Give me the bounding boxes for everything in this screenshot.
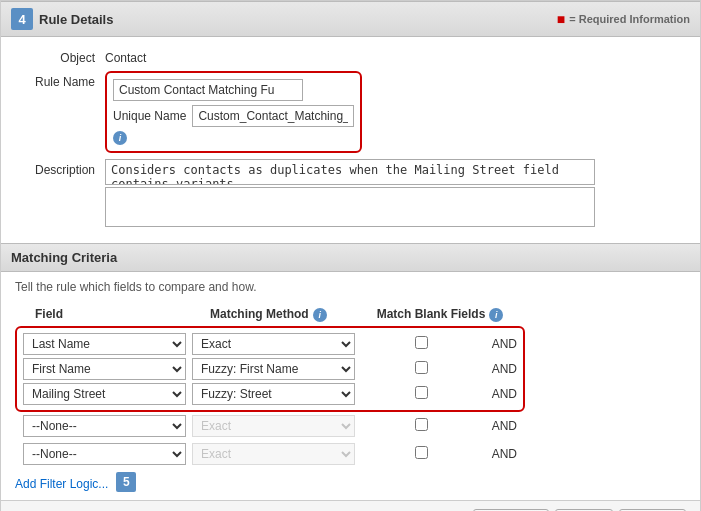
and-label-3: AND <box>487 387 517 401</box>
matching-criteria-title: Matching Criteria <box>11 250 117 265</box>
table-row: --None-- Exact AND <box>23 443 686 465</box>
rule-name-input[interactable] <box>113 79 303 101</box>
rule-details-section: Object Contact Rule Name Unique Name i D… <box>1 37 700 243</box>
unique-name-info-icon[interactable]: i <box>113 131 127 145</box>
table-row: Last Name Exact AND <box>23 333 517 355</box>
add-filter-link[interactable]: Add Filter Logic... <box>15 477 108 491</box>
method-select-5: Exact <box>192 443 355 465</box>
field-select-2[interactable]: First Name <box>23 358 186 380</box>
object-label: Object <box>15 47 105 65</box>
matching-criteria-header: Matching Criteria <box>1 243 700 272</box>
col-blank-header: Match Blank Fields i <box>375 306 505 322</box>
and-label-1: AND <box>487 337 517 351</box>
method-select-3[interactable]: Fuzzy: Street <box>192 383 355 405</box>
unique-name-input[interactable] <box>192 105 354 127</box>
description-label: Description <box>15 159 105 177</box>
step-5-badge: 5 <box>116 472 136 492</box>
description-empty-area <box>105 187 595 227</box>
col-method-header: Matching Method i <box>200 306 375 322</box>
main-container: 4 Rule Details ■ = Required Information … <box>0 0 701 511</box>
blank-info-icon[interactable]: i <box>489 308 503 322</box>
unique-name-label: Unique Name <box>113 109 186 123</box>
method-info-icon[interactable]: i <box>313 308 327 322</box>
rule-details-title: Rule Details <box>39 12 113 27</box>
method-select-1[interactable]: Exact <box>192 333 355 355</box>
and-label-4: AND <box>487 419 517 433</box>
step-4-badge: 4 <box>11 8 33 30</box>
description-row: Description <box>15 159 686 227</box>
required-info-label: = Required Information <box>569 13 690 25</box>
rule-details-header: 4 Rule Details ■ = Required Information <box>1 1 700 37</box>
field-select-1[interactable]: Last Name <box>23 333 186 355</box>
field-select-4[interactable]: --None-- <box>23 415 186 437</box>
criteria-header-row: Field Matching Method i Match Blank Fiel… <box>15 306 686 322</box>
field-select-5[interactable]: --None-- <box>23 443 186 465</box>
table-row: --None-- Exact AND <box>23 415 686 437</box>
blank-checkbox-2[interactable] <box>415 361 428 374</box>
field-select-3[interactable]: Mailing Street <box>23 383 186 405</box>
matching-criteria-section: Tell the rule which fields to compare an… <box>1 272 700 500</box>
rule-name-label: Rule Name <box>15 71 105 89</box>
object-row: Object Contact <box>15 47 686 65</box>
and-label-5: AND <box>487 447 517 461</box>
description-section <box>105 159 686 227</box>
blank-checkbox-5[interactable] <box>415 446 428 459</box>
table-row: First Name Fuzzy: First Name AND <box>23 358 517 380</box>
required-info: ■ = Required Information <box>557 11 690 27</box>
all-rows-container: Last Name Exact AND First Name <box>15 326 686 468</box>
blank-checkbox-4[interactable] <box>415 418 428 431</box>
col-field-header: Field <box>25 307 200 321</box>
method-select-4: Exact <box>192 415 355 437</box>
and-label-2: AND <box>487 362 517 376</box>
highlighted-rows-box: Last Name Exact AND First Name <box>15 326 525 412</box>
rule-name-row <box>113 79 354 101</box>
blank-checkbox-1[interactable] <box>415 336 428 349</box>
method-select-2[interactable]: Fuzzy: First Name <box>192 358 355 380</box>
description-first-line[interactable] <box>105 159 595 185</box>
object-value: Contact <box>105 47 686 65</box>
required-dot: ■ <box>557 11 565 27</box>
table-row: Mailing Street Fuzzy: Street AND <box>23 383 517 405</box>
footer: Previous Save Cancel <box>1 500 700 511</box>
filter-logic-row: Add Filter Logic... 5 <box>15 472 686 492</box>
blank-checkbox-3[interactable] <box>415 386 428 399</box>
criteria-description: Tell the rule which fields to compare an… <box>15 280 686 294</box>
highlighted-name-box: Unique Name i <box>105 71 362 153</box>
